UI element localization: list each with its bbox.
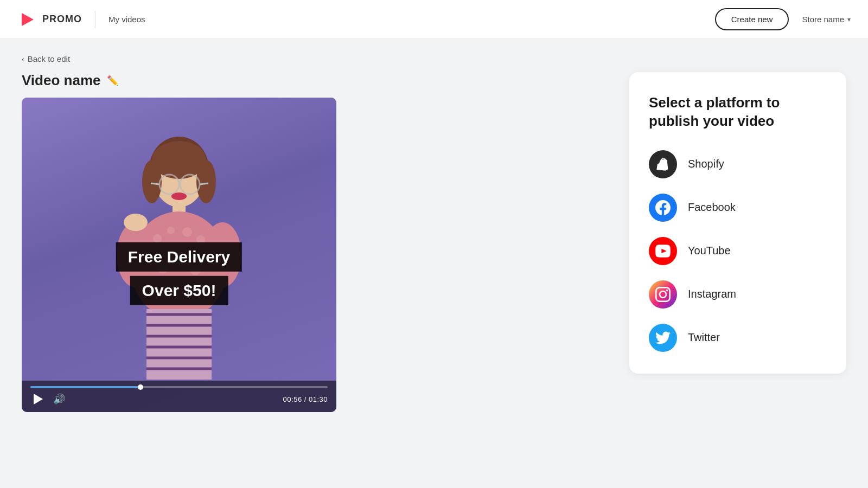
video-overlay-line2: Over $50! (130, 276, 228, 305)
platform-item-instagram[interactable]: Instagram (649, 280, 827, 309)
twitter-icon (655, 330, 671, 345)
store-name-dropdown[interactable]: Store name ▾ (802, 15, 851, 24)
youtube-icon (655, 243, 671, 259)
youtube-icon-circle (649, 237, 677, 265)
svg-marker-0 (22, 13, 34, 26)
logo-text: PROMO (42, 14, 82, 25)
video-controls: 🔊 00:56 / 01:30 (22, 381, 336, 412)
svg-point-15 (167, 227, 175, 234)
shopify-icon (655, 157, 671, 172)
instagram-icon-circle (649, 280, 677, 309)
facebook-icon (655, 200, 671, 215)
back-to-edit-label: Back to edit (28, 54, 70, 63)
facebook-label: Facebook (688, 201, 736, 214)
video-overlay-line1: Free Delivery (116, 242, 242, 272)
video-background: Free Delivery Over $50! (22, 98, 336, 412)
platform-list: Shopify Facebook (649, 150, 827, 352)
platform-item-youtube[interactable]: YouTube (649, 237, 827, 265)
video-text-overlays: Free Delivery Over $50! (116, 242, 242, 305)
video-player: Free Delivery Over $50! (22, 98, 336, 412)
page-content: ‹ Back to edit Video name ✏️ (0, 39, 868, 488)
svg-line-10 (200, 183, 208, 184)
svg-point-11 (171, 192, 187, 200)
svg-point-5 (152, 141, 206, 179)
play-icon (34, 394, 43, 404)
panel-title: Select a platform to publish your video (649, 94, 827, 131)
video-name-text: Video name (22, 72, 100, 89)
progress-dot (138, 384, 143, 390)
promo-logo-icon (17, 10, 37, 29)
progress-bar-fill (30, 386, 141, 388)
create-new-button[interactable]: Create new (715, 8, 789, 30)
chevron-down-icon: ▾ (847, 16, 851, 23)
back-to-edit-link[interactable]: ‹ Back to edit (22, 54, 70, 63)
platform-item-shopify[interactable]: Shopify (649, 150, 827, 178)
header: PROMO My videos Create new Store name ▾ (0, 0, 868, 39)
publish-panel: Select a platform to publish your video … (629, 72, 846, 374)
platform-item-twitter[interactable]: Twitter (649, 324, 827, 352)
twitter-icon-circle (649, 324, 677, 352)
svg-line-8 (151, 183, 159, 184)
store-name-label: Store name (802, 15, 844, 24)
twitter-label: Twitter (688, 331, 720, 344)
controls-row: 🔊 00:56 / 01:30 (30, 391, 328, 407)
edit-video-name-icon[interactable]: ✏️ (107, 75, 119, 87)
main-row: Video name ✏️ (22, 72, 846, 488)
shopify-label: Shopify (688, 158, 724, 170)
header-divider (95, 11, 95, 28)
header-right: Create new Store name ▾ (715, 8, 851, 30)
facebook-icon-circle (649, 194, 677, 222)
instagram-label: Instagram (688, 288, 736, 300)
instagram-icon (655, 287, 671, 302)
logo-area: PROMO (17, 10, 82, 29)
my-videos-link[interactable]: My videos (108, 15, 145, 24)
youtube-label: YouTube (688, 245, 731, 257)
play-button[interactable] (30, 391, 46, 407)
svg-point-16 (182, 227, 192, 237)
volume-icon[interactable]: 🔊 (53, 393, 65, 405)
platform-item-facebook[interactable]: Facebook (649, 194, 827, 222)
shopify-icon-circle (649, 150, 677, 178)
video-section: Video name ✏️ (22, 72, 612, 488)
back-arrow-icon: ‹ (22, 55, 24, 63)
svg-point-25 (124, 214, 148, 231)
controls-left: 🔊 (30, 391, 65, 407)
svg-point-14 (153, 234, 162, 243)
progress-bar[interactable] (30, 386, 328, 388)
time-display: 00:56 / 01:30 (283, 395, 328, 403)
video-name-row: Video name ✏️ (22, 72, 612, 89)
